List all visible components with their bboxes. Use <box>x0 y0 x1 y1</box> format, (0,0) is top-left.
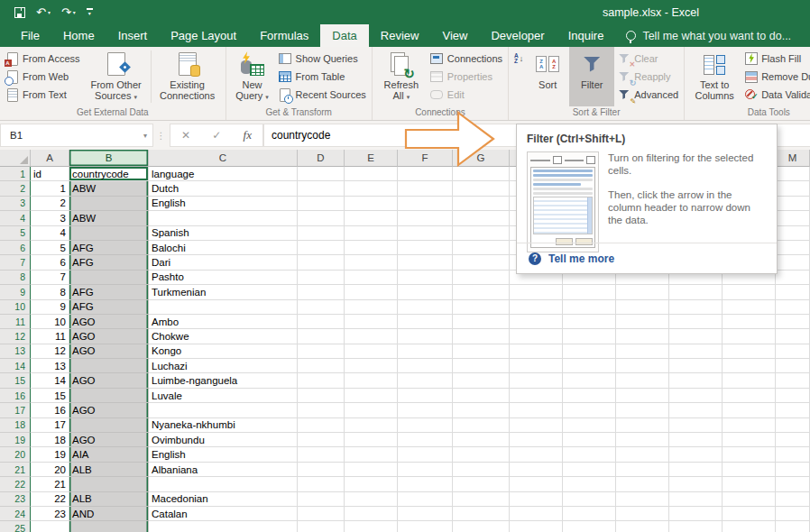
cell-C7[interactable]: Dari <box>149 255 298 270</box>
cell-A12[interactable]: 11 <box>31 329 69 344</box>
cell-E11[interactable] <box>345 315 398 329</box>
cell-D21[interactable] <box>298 463 345 477</box>
cell-J20[interactable] <box>616 447 669 462</box>
tab-review[interactable]: Review <box>369 24 431 47</box>
cell-G2[interactable] <box>453 181 510 196</box>
cell-B22[interactable] <box>69 477 149 491</box>
cell-E7[interactable] <box>345 255 398 270</box>
cell-A8[interactable]: 7 <box>31 271 69 285</box>
cell-F21[interactable] <box>398 463 453 477</box>
cell-C4[interactable] <box>149 211 298 225</box>
confirm-entry-icon[interactable]: ✓ <box>212 130 221 141</box>
cell-K12[interactable] <box>669 329 723 344</box>
cell-G14[interactable] <box>453 359 510 373</box>
cell-C12[interactable]: Chokwe <box>149 329 298 344</box>
redo-button[interactable]: ↷▾ <box>61 6 76 18</box>
row-header-15[interactable]: 15 <box>0 373 31 388</box>
select-all-corner[interactable] <box>0 150 31 167</box>
cell-C21[interactable]: Albaniana <box>149 463 298 477</box>
cell-C14[interactable]: Luchazi <box>149 359 298 373</box>
cell-F18[interactable] <box>398 418 453 433</box>
cell-F15[interactable] <box>398 373 453 388</box>
cell-H15[interactable] <box>510 373 563 388</box>
row-header-22[interactable]: 22 <box>0 477 31 491</box>
row-header-2[interactable]: 2 <box>0 181 31 196</box>
column-header-b[interactable]: B <box>69 150 149 167</box>
cell-C17[interactable] <box>149 403 298 417</box>
cell-B14[interactable] <box>69 359 149 373</box>
cell-M14[interactable] <box>776 359 810 373</box>
cell-F20[interactable] <box>398 447 453 462</box>
undo-button[interactable]: ↶▾ <box>36 6 51 18</box>
cell-D12[interactable] <box>298 329 345 344</box>
cell-E18[interactable] <box>345 418 398 433</box>
from-table-button[interactable]: From Table <box>276 68 369 86</box>
text-to-columns-button[interactable]: → Text to Columns <box>687 47 741 106</box>
cell-E16[interactable] <box>345 389 398 403</box>
cell-K17[interactable] <box>669 403 723 417</box>
cell-I24[interactable] <box>563 507 616 521</box>
cell-C5[interactable]: Spanish <box>149 226 298 241</box>
cell-B10[interactable]: AFG <box>69 300 149 315</box>
cell-E25[interactable] <box>345 521 398 532</box>
cell-G10[interactable] <box>453 300 510 315</box>
cell-L19[interactable] <box>723 433 776 447</box>
cell-I20[interactable] <box>563 447 616 462</box>
cell-C9[interactable]: Turkmenian <box>149 285 298 299</box>
cell-A16[interactable]: 15 <box>31 389 69 403</box>
cell-A22[interactable]: 21 <box>31 477 69 491</box>
cell-E1[interactable] <box>345 167 398 181</box>
cell-A3[interactable]: 2 <box>31 197 69 211</box>
row-header-6[interactable]: 6 <box>0 241 31 255</box>
cell-B23[interactable]: ALB <box>69 492 149 507</box>
cell-H14[interactable] <box>510 359 563 373</box>
cell-D13[interactable] <box>298 344 345 359</box>
cell-J15[interactable] <box>616 373 669 388</box>
cell-B6[interactable]: AFG <box>69 241 149 255</box>
cell-B12[interactable]: AGO <box>69 329 149 344</box>
row-header-20[interactable]: 20 <box>0 447 31 462</box>
cell-F24[interactable] <box>398 507 453 521</box>
cell-L16[interactable] <box>723 389 776 403</box>
cell-F16[interactable] <box>398 389 453 403</box>
cell-J18[interactable] <box>616 418 669 433</box>
cell-B2[interactable]: ABW <box>69 181 149 196</box>
cell-I12[interactable] <box>563 329 616 344</box>
insert-function-icon[interactable]: fx <box>244 128 252 142</box>
cell-A4[interactable]: 3 <box>31 211 69 225</box>
cell-B4[interactable]: ABW <box>69 211 149 225</box>
cell-L12[interactable] <box>723 329 776 344</box>
cell-I23[interactable] <box>563 492 616 507</box>
cell-L10[interactable] <box>723 300 776 315</box>
cell-H9[interactable] <box>510 285 563 299</box>
tab-data[interactable]: Data <box>320 24 368 47</box>
cell-M23[interactable] <box>776 492 810 507</box>
from-web-button[interactable]: From Web <box>3 68 83 86</box>
cell-F12[interactable] <box>398 329 453 344</box>
cell-D23[interactable] <box>298 492 345 507</box>
cell-M18[interactable] <box>776 418 810 433</box>
cell-H20[interactable] <box>510 447 563 462</box>
cell-M7[interactable] <box>776 255 810 270</box>
cell-L15[interactable] <box>723 373 776 388</box>
cell-A9[interactable]: 8 <box>31 285 69 299</box>
cell-F25[interactable] <box>398 521 453 532</box>
cell-J13[interactable] <box>616 344 669 359</box>
name-box[interactable]: B1 ▾ <box>0 124 153 147</box>
cell-F10[interactable] <box>398 300 453 315</box>
row-header-5[interactable]: 5 <box>0 226 31 241</box>
connections-button[interactable]: Connections <box>428 50 505 68</box>
cell-D1[interactable] <box>298 167 345 181</box>
cell-D25[interactable] <box>298 521 345 532</box>
tab-home[interactable]: Home <box>51 24 106 47</box>
cell-K11[interactable] <box>669 315 723 329</box>
flash-fill-button[interactable]: Flash Fill <box>741 50 810 68</box>
cell-A7[interactable]: 6 <box>31 255 69 270</box>
cell-H21[interactable] <box>510 463 563 477</box>
cell-B21[interactable]: ALB <box>69 463 149 477</box>
cell-D15[interactable] <box>298 373 345 388</box>
cell-H11[interactable] <box>510 315 563 329</box>
cell-B20[interactable]: AIA <box>69 447 149 462</box>
name-box-dropdown-icon[interactable]: ▾ <box>143 132 152 140</box>
cell-D24[interactable] <box>298 507 345 521</box>
